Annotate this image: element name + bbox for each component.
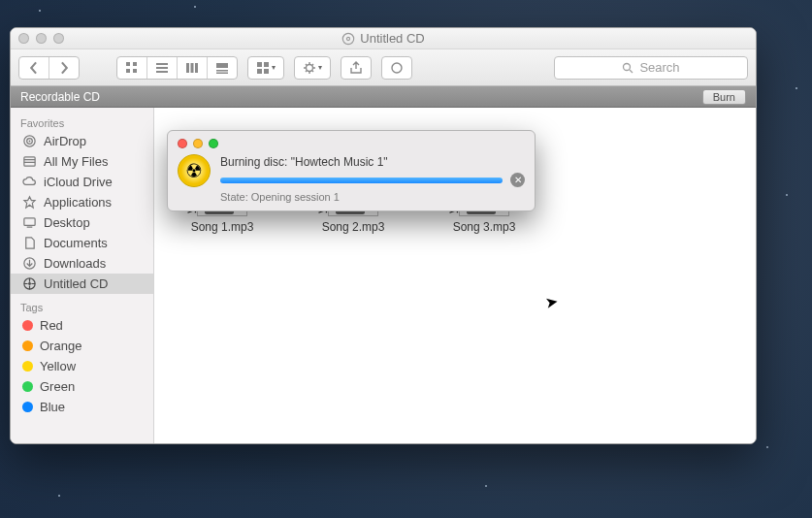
dialog-zoom-button[interactable]	[209, 139, 218, 148]
sidebar-item-label: Red	[40, 318, 63, 333]
svg-rect-13	[216, 70, 228, 72]
file-name: Song 1.mp3	[191, 220, 254, 234]
progress-bar	[220, 178, 503, 183]
svg-rect-17	[257, 69, 262, 74]
forward-button[interactable]	[49, 57, 79, 79]
svg-line-22	[630, 70, 633, 73]
tag-dot-icon	[22, 402, 33, 412]
sidebar-tag-green[interactable]: Green	[11, 376, 153, 397]
svg-point-19	[307, 64, 313, 71]
sidebar-item-label: All My Files	[44, 154, 108, 169]
path-bar: Recordable CD Burn	[11, 86, 756, 108]
svg-rect-3	[133, 62, 137, 66]
svg-rect-29	[24, 218, 35, 226]
svg-rect-26	[24, 157, 35, 166]
sidebar-item-label: Desktop	[44, 215, 90, 230]
tags-menu[interactable]	[381, 56, 412, 80]
file-name: Song 2.mp3	[322, 220, 385, 234]
path-label: Recordable CD	[20, 90, 100, 104]
airdrop-icon	[22, 134, 37, 148]
dialog-minimize-button[interactable]	[193, 139, 203, 148]
tag-dot-icon	[22, 381, 33, 392]
tag-dot-icon	[22, 320, 33, 331]
tag-icon	[390, 61, 404, 75]
view-mode-segmented	[116, 56, 238, 80]
sidebar: Favorites AirDrop All My Files iCloud Dr…	[11, 108, 154, 443]
arrange-icon	[256, 61, 270, 75]
tag-dot-icon	[22, 340, 33, 351]
sidebar-item-documents[interactable]: Documents	[11, 233, 153, 253]
svg-point-20	[392, 63, 402, 73]
svg-rect-12	[216, 63, 228, 68]
svg-rect-8	[156, 71, 168, 73]
window-title: Untitled CD	[11, 31, 756, 46]
sidebar-item-label: Applications	[44, 195, 112, 210]
svg-point-25	[29, 141, 31, 143]
disc-icon	[341, 32, 355, 46]
sidebar-item-untitled-cd[interactable]: Untitled CD	[11, 274, 153, 294]
sidebar-item-applications[interactable]: Applications	[11, 192, 153, 212]
arrange-menu[interactable]: ▾	[247, 56, 284, 80]
svg-rect-14	[216, 72, 228, 74]
applications-icon	[22, 195, 37, 210]
share-icon	[349, 61, 363, 75]
svg-rect-6	[156, 63, 168, 65]
svg-rect-4	[126, 69, 130, 73]
finder-window: Untitled CD ▾ ▾ Search	[10, 27, 757, 444]
back-button[interactable]	[19, 57, 49, 79]
svg-rect-16	[264, 62, 269, 67]
share-menu[interactable]	[341, 56, 372, 80]
svg-point-21	[624, 63, 631, 70]
icon-view-button[interactable]	[117, 57, 147, 79]
burn-button[interactable]: Burn	[702, 89, 746, 105]
coverflow-view-button[interactable]	[208, 57, 237, 79]
search-placeholder: Search	[639, 60, 679, 75]
sidebar-item-desktop[interactable]: Desktop	[11, 212, 153, 233]
svg-rect-10	[191, 63, 194, 73]
svg-rect-18	[264, 69, 269, 74]
list-view-button[interactable]	[147, 57, 178, 79]
dialog-title: Burning disc: "Howtech Music 1"	[220, 155, 525, 169]
dialog-state: State: Opening session 1	[220, 191, 525, 203]
sidebar-item-label: iCloud Drive	[44, 175, 113, 189]
sidebar-item-icloud-drive[interactable]: iCloud Drive	[11, 172, 153, 192]
sidebar-tag-orange[interactable]: Orange	[11, 336, 153, 356]
sidebar-item-label: Documents	[44, 236, 108, 250]
column-view-button[interactable]	[178, 57, 208, 79]
desktop-icon	[22, 215, 37, 230]
titlebar: Untitled CD	[11, 28, 756, 49]
sidebar-item-airdrop[interactable]: AirDrop	[11, 131, 153, 151]
sidebar-item-label: Green	[40, 379, 75, 394]
sidebar-item-downloads[interactable]: Downloads	[11, 253, 153, 274]
svg-rect-2	[126, 62, 130, 66]
sidebar-tag-blue[interactable]: Blue	[11, 397, 153, 417]
svg-rect-11	[195, 63, 198, 73]
sidebar-item-label: Untitled CD	[44, 276, 108, 291]
sidebar-item-all-my-files[interactable]: All My Files	[11, 151, 153, 172]
sidebar-item-label: Yellow	[40, 359, 76, 373]
svg-rect-7	[156, 67, 168, 69]
svg-point-0	[343, 33, 354, 44]
search-field[interactable]: Search	[554, 56, 748, 80]
downloads-icon	[22, 256, 37, 271]
sidebar-tag-yellow[interactable]: Yellow	[11, 356, 153, 376]
cancel-button[interactable]: ✕	[510, 173, 525, 187]
dialog-traffic-lights	[178, 139, 525, 148]
sidebar-item-label: AirDrop	[44, 134, 86, 148]
sidebar-header-favorites: Favorites	[11, 113, 153, 131]
progress-fill	[220, 178, 503, 183]
svg-rect-5	[133, 69, 137, 73]
action-menu[interactable]: ▾	[294, 56, 331, 80]
sidebar-header-tags: Tags	[11, 298, 153, 315]
svg-rect-15	[257, 62, 262, 67]
sidebar-item-label: Downloads	[44, 256, 106, 271]
toolbar: ▾ ▾ Search	[11, 49, 756, 86]
sidebar-item-label: Orange	[40, 339, 81, 353]
search-icon	[622, 62, 633, 74]
file-name: Song 3.mp3	[453, 220, 516, 234]
svg-point-1	[347, 37, 350, 40]
dialog-close-button[interactable]	[178, 139, 187, 148]
documents-icon	[22, 236, 37, 250]
sidebar-tag-red[interactable]: Red	[11, 315, 153, 336]
sidebar-item-label: Blue	[40, 400, 65, 414]
